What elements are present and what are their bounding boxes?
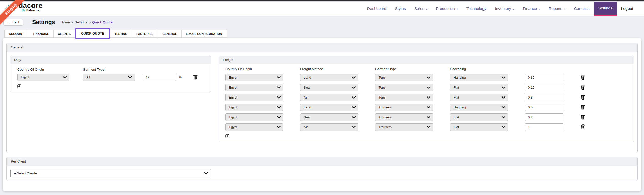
- freight-method-select[interactable]: Land: [300, 104, 358, 111]
- freight-value-input[interactable]: [525, 94, 564, 101]
- plus-icon: [17, 84, 21, 89]
- country-of-origin-label: Country Of Origin: [17, 68, 83, 71]
- add-duty-row-button[interactable]: [17, 84, 21, 89]
- breadcrumb-home[interactable]: Home: [61, 20, 70, 24]
- garment-type-select[interactable]: Trousers: [375, 123, 433, 131]
- tab[interactable]: TESTING: [110, 30, 132, 38]
- packaging-select[interactable]: Hanging: [450, 74, 508, 81]
- packaging-value: Flat: [454, 115, 459, 119]
- nav-item-label: Contacts: [574, 6, 589, 11]
- freight-method-select[interactable]: Air: [300, 94, 358, 101]
- tab[interactable]: GENERAL: [158, 30, 182, 38]
- freight-value-input[interactable]: [525, 113, 564, 121]
- nav-item[interactable]: Logout ▾: [617, 2, 637, 16]
- freight-value-input[interactable]: [525, 74, 564, 81]
- country-of-origin-select[interactable]: Egypt: [225, 94, 283, 101]
- duty-panel-body: Country Of Origin Garment Type Egypt: [10, 64, 211, 92]
- garment-type-select[interactable]: Tops: [375, 74, 433, 81]
- freight-value-input[interactable]: [525, 104, 564, 111]
- garment-type-select[interactable]: Trousers: [375, 104, 433, 111]
- country-of-origin-select[interactable]: Egypt: [225, 113, 283, 121]
- delete-freight-row-button[interactable]: [580, 104, 586, 110]
- delete-freight-row-button[interactable]: [580, 114, 586, 120]
- packaging-value: Hanging: [454, 76, 466, 79]
- freight-method-select[interactable]: Air: [300, 123, 358, 131]
- country-of-origin-select[interactable]: Egypt: [225, 74, 283, 81]
- add-freight-row-button[interactable]: [225, 134, 229, 139]
- client-select[interactable]: -- Select Client--: [10, 169, 211, 177]
- country-of-origin-select[interactable]: Egypt: [17, 74, 69, 81]
- per-client-section-title: Per Client: [7, 157, 637, 166]
- nav-item[interactable]: Finance ▾: [519, 2, 544, 16]
- chevron-down-icon: [427, 115, 430, 119]
- freight-method-select[interactable]: Land: [300, 74, 358, 81]
- chevron-down-icon: [427, 95, 430, 99]
- packaging-select[interactable]: Flat: [450, 84, 508, 91]
- delete-freight-row-button[interactable]: [580, 84, 586, 91]
- trash-icon: [580, 114, 585, 120]
- delete-duty-row-button[interactable]: [193, 74, 198, 80]
- chevron-down-icon: ▾: [564, 8, 565, 10]
- nav-item[interactable]: Styles ▾: [391, 2, 410, 16]
- garment-type-select[interactable]: Trousers: [375, 113, 433, 121]
- chevron-down-icon: ▾: [426, 8, 427, 10]
- country-of-origin-select[interactable]: Egypt: [225, 123, 283, 131]
- tab[interactable]: ACCOUNT: [4, 30, 28, 38]
- garment-type-value: Trousers: [379, 105, 392, 109]
- freight-method-select[interactable]: Sea: [300, 84, 358, 91]
- nav-item[interactable]: Sales ▾: [410, 2, 432, 16]
- garment-type-value: Tops: [379, 95, 385, 99]
- plus-icon: [225, 134, 229, 139]
- delete-freight-row-button[interactable]: [580, 74, 586, 81]
- nav-item-label: Production: [436, 6, 455, 11]
- packaging-select[interactable]: Hanging: [450, 104, 508, 111]
- page-title: Settings: [32, 19, 55, 26]
- nav-item-label: Styles: [395, 6, 406, 11]
- chevron-down-icon: ▾: [457, 8, 458, 10]
- country-of-origin-value: Egypt: [229, 95, 237, 99]
- garment-type-select[interactable]: All: [83, 74, 135, 81]
- tab-label: FINANCIAL: [33, 32, 49, 35]
- freight-method-value: Air: [304, 125, 308, 129]
- packaging-select[interactable]: Flat: [450, 123, 508, 131]
- packaging-select[interactable]: Flat: [450, 113, 508, 121]
- nav-item[interactable]: Settings ▾: [594, 2, 617, 16]
- tab[interactable]: FINANCIAL: [28, 30, 54, 38]
- chevron-down-icon: [352, 125, 356, 129]
- country-of-origin-value: Egypt: [229, 105, 237, 109]
- freight-method-label: Freight Method: [300, 67, 358, 71]
- nav-item[interactable]: Production ▾: [432, 2, 462, 16]
- nav-item[interactable]: Dashboard ▾: [363, 2, 391, 16]
- breadcrumb-settings[interactable]: Settings: [75, 20, 87, 24]
- country-of-origin-select[interactable]: Egypt: [225, 104, 283, 111]
- nav-item[interactable]: Contacts ▾: [570, 2, 594, 16]
- country-of-origin-select[interactable]: Egypt: [225, 84, 283, 91]
- garment-type-value: All: [86, 75, 90, 79]
- freight-value-input[interactable]: [525, 84, 564, 91]
- garment-type-select[interactable]: Tops: [375, 94, 433, 101]
- tab[interactable]: E-MAIL CONFIGURATION: [181, 30, 227, 38]
- duty-percentage-input[interactable]: [143, 74, 176, 81]
- tab[interactable]: FACTORIES: [132, 30, 158, 38]
- nav-item[interactable]: Technology ▾: [462, 2, 491, 16]
- tab[interactable]: QUICK QUOTE: [75, 28, 110, 39]
- nav-item[interactable]: Reports ▾: [544, 2, 570, 16]
- back-button[interactable]: ← Back: [3, 19, 23, 26]
- client-select-value: -- Select Client--: [14, 172, 37, 175]
- delete-freight-row-button[interactable]: [580, 94, 586, 101]
- country-of-origin-value: Egypt: [229, 76, 237, 79]
- tab[interactable]: CLIENTS: [53, 30, 75, 38]
- chevron-down-icon: [128, 75, 132, 79]
- packaging-select[interactable]: Flat: [450, 94, 508, 101]
- tab-label: FACTORIES: [136, 32, 153, 35]
- chevron-down-icon: [277, 95, 281, 99]
- chevron-down-icon: [277, 115, 281, 119]
- garment-type-select[interactable]: Tops: [375, 84, 433, 91]
- freight-method-select[interactable]: Sea: [300, 113, 358, 121]
- country-of-origin-label: Country Of Origin: [225, 67, 283, 71]
- chevron-down-icon: [427, 76, 430, 79]
- delete-freight-row-button[interactable]: [580, 124, 586, 130]
- freight-value-input[interactable]: [525, 123, 564, 131]
- nav-item[interactable]: Inventory ▾: [491, 2, 519, 16]
- chevron-down-icon: [352, 95, 356, 99]
